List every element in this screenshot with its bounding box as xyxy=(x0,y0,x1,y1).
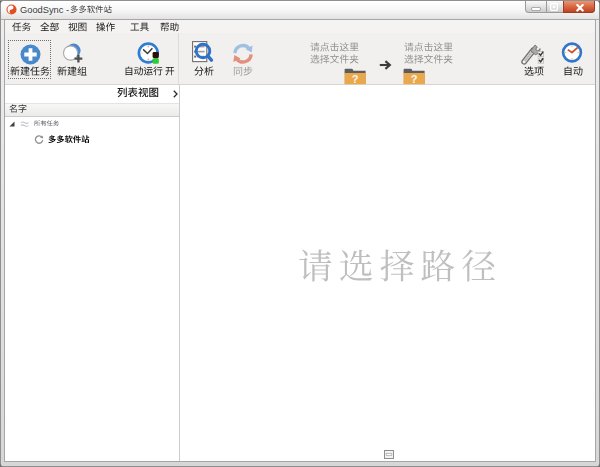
svg-text:?: ? xyxy=(411,73,418,85)
svg-text:?: ? xyxy=(352,73,359,85)
